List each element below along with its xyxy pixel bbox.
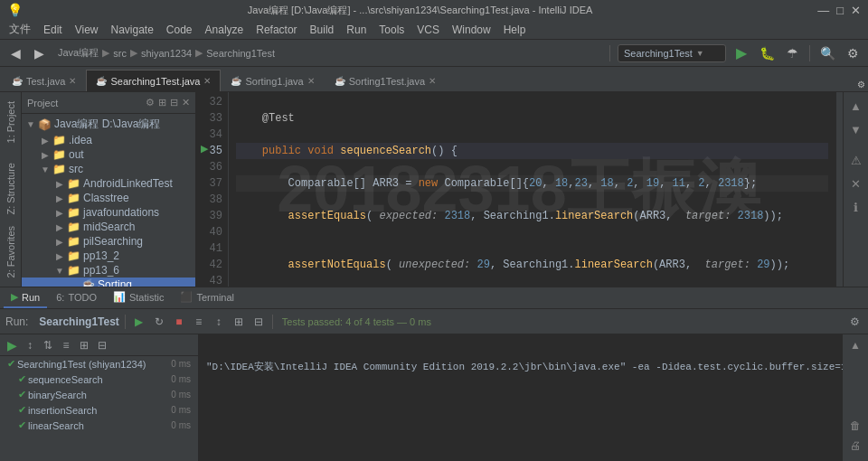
test-filter-button[interactable]: ≡	[58, 337, 74, 353]
test-time-insertion: 0 ms	[171, 405, 191, 415]
run-collapse-button[interactable]: ⊟	[250, 314, 267, 330]
menu-window[interactable]: Window	[447, 22, 496, 38]
vtab-structure[interactable]: Z: Structure	[2, 157, 20, 220]
test-item-insertionsearch[interactable]: ✔ insertionSearch 0 ms	[0, 402, 198, 418]
run-rerun-button[interactable]: ↻	[151, 314, 167, 330]
menu-view[interactable]: View	[70, 22, 104, 38]
run-sort-button[interactable]: ↕	[211, 314, 227, 330]
sidebar-close-icon[interactable]: ✕	[182, 97, 190, 108]
tab-close-sorting1test[interactable]: ✕	[429, 76, 436, 86]
menu-tools[interactable]: Tools	[373, 22, 410, 38]
run-expand-button[interactable]: ⊞	[231, 314, 247, 330]
test-run-all-button[interactable]: ▶	[4, 337, 20, 353]
test-name-binary: binarySearch	[28, 390, 87, 400]
run-config-arrow: ▼	[696, 49, 704, 58]
sidebar-item-sorting[interactable]: ☕ Sorting	[22, 278, 195, 287]
run-clear-button[interactable]: 🗑	[846, 417, 864, 435]
sidebar-item-androidlinkedtest[interactable]: ▶ 📁 AndroidLinkedTest	[22, 176, 195, 191]
tab-close-test[interactable]: ✕	[69, 76, 76, 86]
sidebar-item-classtree[interactable]: ▶ 📁 Classtree	[22, 191, 195, 205]
forward-button[interactable]: ▶	[29, 43, 49, 63]
run-scroll-down-button[interactable]: ▼	[846, 456, 864, 461]
tab-close-searching1[interactable]: ✕	[203, 76, 211, 86]
right-btn-info[interactable]: ℹ	[846, 197, 866, 217]
sidebar-item-javafoundations[interactable]: ▶ 📁 javafoundations	[22, 205, 195, 220]
right-btn-up[interactable]: ▲	[846, 96, 866, 116]
run-filter-button[interactable]: ≡	[191, 314, 207, 330]
bottom-tab-run[interactable]: ▶ Run	[4, 288, 47, 308]
tab-icon-sorting1test: ☕	[335, 76, 345, 86]
run-settings-button[interactable]: ⚙	[846, 314, 863, 330]
sidebar-item-pp13-6[interactable]: ▼ 📁 pp13_6	[22, 263, 195, 278]
coverage-button[interactable]: ☂	[782, 43, 802, 63]
tab-test-java[interactable]: ☕ Test.java ✕	[2, 70, 86, 91]
breadcrumb-file[interactable]: Searching1Test	[206, 48, 275, 59]
run-scroll-up-button[interactable]: ▲	[846, 336, 864, 354]
run-toolbar-right: ⚙	[846, 314, 863, 330]
sidebar-item-pp13-2[interactable]: ▶ 📁 pp13_2	[22, 249, 195, 263]
editor-settings-button[interactable]: ⚙	[854, 77, 868, 91]
sidebar-item-idea[interactable]: ▶ 📁 .idea	[22, 133, 195, 147]
menu-refactor[interactable]: Refactor	[250, 22, 302, 38]
menu-vcs[interactable]: VCS	[411, 22, 445, 38]
test-sort2-button[interactable]: ⇅	[40, 337, 56, 353]
breadcrumb-src[interactable]: src	[113, 48, 127, 59]
sidebar-item-src[interactable]: ▼ 📁 src	[22, 162, 195, 176]
sidebar-item-project[interactable]: ▼ 📦 Java编程 D:\Java编程	[22, 116, 195, 133]
debug-button[interactable]: 🐛	[757, 43, 777, 63]
settings-button[interactable]: ⚙	[843, 43, 863, 63]
run-print-button[interactable]: 🖨	[846, 437, 864, 455]
close-button[interactable]: ✕	[851, 4, 861, 17]
test-item-sequencesearch[interactable]: ✔ sequenceSearch 0 ms	[0, 372, 198, 387]
menu-run[interactable]: Run	[341, 22, 372, 38]
tab-sorting1test[interactable]: ☕ Sorting1Test.java ✕	[325, 70, 446, 91]
bottom-tab-terminal[interactable]: ⬛ Terminal	[173, 288, 241, 308]
sidebar-collapse-icon[interactable]: ⊟	[170, 97, 178, 108]
back-button[interactable]: ◀	[5, 43, 25, 63]
right-btn-warn[interactable]: ⚠	[846, 150, 866, 170]
menu-build[interactable]: Build	[305, 22, 340, 38]
menu-help[interactable]: Help	[498, 22, 532, 38]
menu-edit[interactable]: Edit	[38, 22, 68, 38]
test-item-binarysearch[interactable]: ✔ binarySearch 0 ms	[0, 387, 198, 402]
test-parent-item[interactable]: ✔ Searching1Test (shiyan1234) 0 ms	[0, 356, 198, 372]
bottom-tab-todo[interactable]: 6: TODO	[49, 288, 104, 308]
sidebar-item-pilsearching[interactable]: ▶ 📁 pilSearching	[22, 234, 195, 249]
test-expand-all-button[interactable]: ⊞	[76, 337, 92, 353]
search-everywhere-button[interactable]: 🔍	[817, 43, 837, 63]
sidebar-item-midsearch[interactable]: ▶ 📁 midSearch	[22, 220, 195, 234]
test-collapse-all-button[interactable]: ⊟	[94, 337, 110, 353]
test-sort-button[interactable]: ↕	[22, 337, 38, 353]
right-btn-error[interactable]: ✕	[846, 174, 866, 193]
run-play-button[interactable]: ▶	[131, 314, 147, 330]
code-editor[interactable]: 20182318王振澳 32 33 34 35 36 37 38 39 40 4…	[196, 92, 843, 287]
sidebar-item-out[interactable]: ▶ 📁 out	[22, 147, 195, 162]
editor-scrollbar[interactable]	[835, 92, 843, 287]
run-button[interactable]: ▶	[731, 43, 751, 63]
menu-navigate[interactable]: Navigate	[105, 22, 158, 38]
folder-pilsearching-icon: 📁	[67, 235, 80, 248]
maximize-button[interactable]: □	[836, 4, 844, 17]
line-num-43: 43	[196, 273, 222, 287]
vtab-project[interactable]: 1: Project	[2, 96, 20, 148]
code-lines[interactable]: @Test public void sequenceSearch() { Com…	[229, 92, 835, 287]
sidebar-gear-icon[interactable]: ⚙	[146, 97, 155, 108]
tab-close-sorting1[interactable]: ✕	[307, 76, 315, 86]
tab-searching1test[interactable]: ☕ Searching1Test.java ✕	[86, 70, 221, 91]
minimize-button[interactable]: —	[817, 4, 829, 17]
run-config-selector[interactable]: Searching1Test ▼	[618, 44, 726, 62]
right-btn-down[interactable]: ▼	[846, 119, 866, 139]
menu-code[interactable]: Code	[161, 22, 198, 38]
run-config-name: Searching1Test	[39, 315, 118, 328]
vtab-favorites[interactable]: 2: Favorites	[2, 221, 20, 283]
menu-file[interactable]: 文件	[4, 20, 36, 39]
breadcrumb-shiyan[interactable]: shiyan1234	[141, 48, 192, 59]
sidebar-expand-icon[interactable]: ⊞	[158, 97, 166, 108]
run-stop-button[interactable]: ■	[171, 314, 187, 330]
bottom-tab-statistic[interactable]: 📊 Statistic	[106, 288, 172, 308]
tab-sorting1[interactable]: ☕ Sorting1.java ✕	[221, 70, 324, 91]
menu-analyze[interactable]: Analyze	[200, 22, 250, 38]
breadcrumb-project[interactable]: Java编程	[58, 46, 99, 60]
run-gutter-icon[interactable]: ▶	[196, 143, 212, 155]
test-item-linearsearch[interactable]: ✔ linearSearch 0 ms	[0, 418, 198, 433]
